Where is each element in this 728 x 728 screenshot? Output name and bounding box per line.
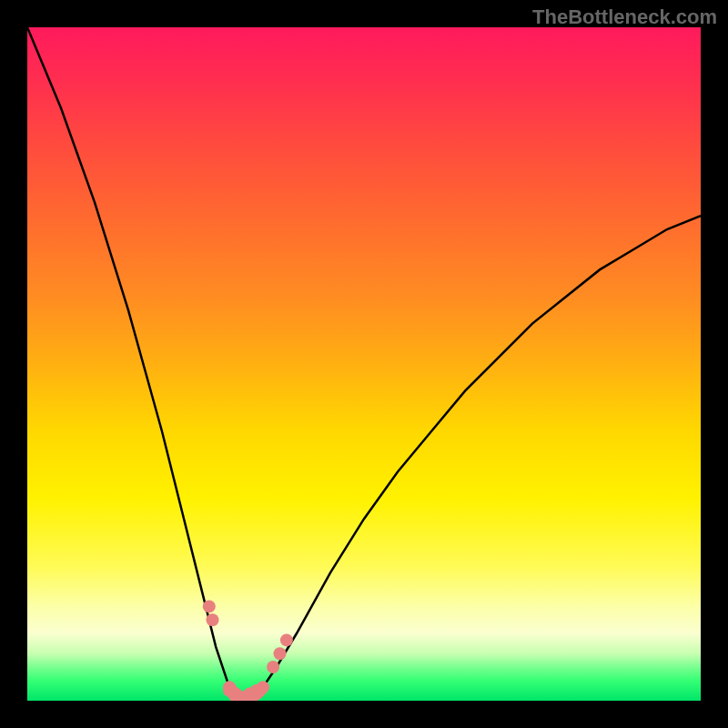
plot-area	[27, 27, 701, 701]
chart-canvas	[27, 27, 701, 701]
watermark-text: TheBottleneck.com	[532, 5, 717, 29]
